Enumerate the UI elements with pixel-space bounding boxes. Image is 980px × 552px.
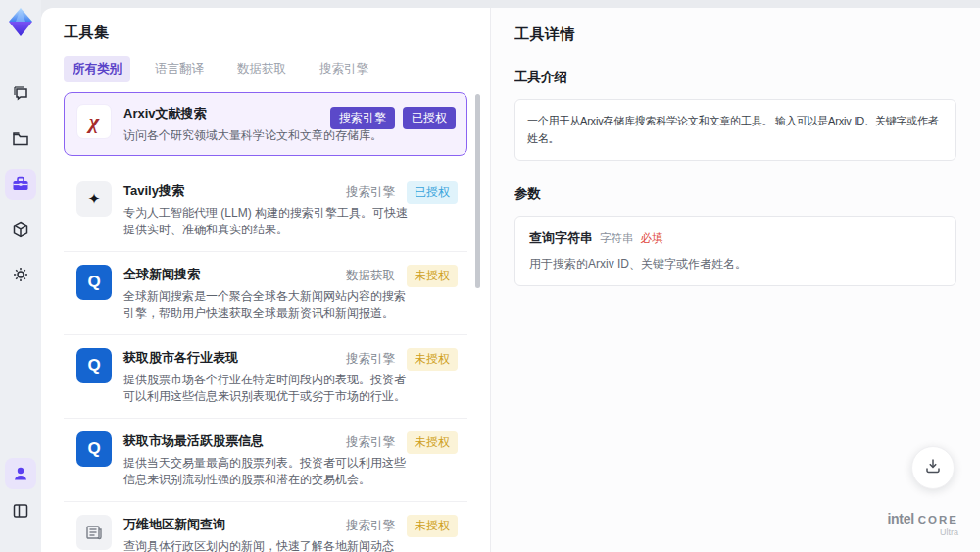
status-badge: 未授权 <box>407 265 458 287</box>
param-type: 字符串 <box>600 231 634 246</box>
status-badge: 已授权 <box>407 181 458 204</box>
tavily-icon: ✦ <box>76 181 112 217</box>
tool-details-panel: 工具详情 工具介绍 一个用于从Arxiv存储库搜索科学论文和文章的工具。 输入可… <box>490 8 980 552</box>
tools-panel-title: 工具集 <box>64 24 490 42</box>
scrollbar-thumb[interactable] <box>475 94 480 288</box>
tool-description: 提供股票市场各个行业在特定时间段内的表现。投资者可以利用这些信息来识别表现优于或… <box>123 372 410 405</box>
tool-tags: 搜索引擎 未授权 <box>346 431 458 454</box>
chat-icon <box>11 84 30 104</box>
user-icon <box>12 465 29 482</box>
newspaper-icon <box>76 515 112 550</box>
tool-card-regional-news[interactable]: 万维地区新闻查询 查询具体行政区划内的新闻，快速了解各地新闻动态 搜索引擎 未授… <box>64 502 467 552</box>
brand-core: CORE <box>918 514 958 526</box>
nav-package-button[interactable] <box>5 214 36 245</box>
category-label: 搜索引擎 <box>346 518 395 534</box>
tool-tags: 搜索引擎 已授权 <box>330 107 456 129</box>
global-news-icon: Q <box>76 265 112 300</box>
param-description: 用于搜索的Arxiv ID、关键字或作者姓名。 <box>529 256 942 273</box>
param-required-label: 必填 <box>641 231 663 246</box>
folder-icon <box>11 129 30 149</box>
news-glyph: Q <box>87 439 100 459</box>
param-name: 查询字符串 <box>529 229 593 247</box>
tool-description: 全球新闻搜索是一个聚合全球各大新闻网站内容的搜索引擎，帮助用户快速获取全球最新资… <box>123 288 410 322</box>
params-heading: 参数 <box>514 185 956 203</box>
tool-card-sector-performance[interactable]: Q 获取股市各行业表现 提供股票市场各个行业在特定时间段内的表现。投资者可以利用… <box>64 335 467 419</box>
tab-language-translation[interactable]: 语言翻译 <box>146 56 213 82</box>
intro-box: 一个用于从Arxiv存储库搜索科学论文和文章的工具。 输入可以是Arxiv ID… <box>514 99 956 161</box>
brand-ultra: Ultra <box>887 528 958 538</box>
nav-folder-button[interactable] <box>5 124 36 155</box>
tool-card-tavily[interactable]: ✦ Tavily搜索 专为人工智能代理 (LLM) 构建的搜索引擎工具。可快速提… <box>64 169 467 252</box>
status-badge: 已授权 <box>403 107 456 129</box>
status-badge: 未授权 <box>407 515 458 537</box>
nav-layout-toggle-button[interactable] <box>5 495 36 527</box>
tools-panel: 工具集 所有类别 语言翻译 数据获取 搜索引擎 χ Arxiv文献搜索 访问各个… <box>41 8 490 552</box>
tool-description: 专为人工智能代理 (LLM) 构建的搜索引擎工具。可快速提供实时、准确和真实的结… <box>123 205 410 238</box>
news-glyph: Q <box>87 273 100 292</box>
tool-description: 查询具体行政区划内的新闻，快速了解各地新闻动态 <box>123 538 410 552</box>
tool-list: χ Arxiv文献搜索 访问各个研究领域大量科学论文和文章的存储库。 搜索引擎 … <box>64 92 480 552</box>
tool-card-arxiv-selected[interactable]: χ Arxiv文献搜索 访问各个研究领域大量科学论文和文章的存储库。 搜索引擎 … <box>64 92 467 156</box>
package-icon <box>11 220 30 239</box>
app-root: 工具集 所有类别 语言翻译 数据获取 搜索引擎 χ Arxiv文献搜索 访问各个… <box>0 0 980 552</box>
active-stocks-icon: Q <box>76 431 112 467</box>
category-tabs: 所有类别 语言翻译 数据获取 搜索引擎 <box>64 56 490 82</box>
tool-description: 提供当天交易量最高的股票列表。投资者可以利用这些信息来识别流动性强的股票和潜在的… <box>123 455 410 488</box>
param-box: 查询字符串 字符串 必填 用于搜索的Arxiv ID、关键字或作者姓名。 <box>514 216 956 286</box>
category-label: 数据获取 <box>346 268 395 284</box>
tool-description: 访问各个研究领域大量科学论文和文章的存储库。 <box>123 127 410 144</box>
tool-card-active-stocks[interactable]: Q 获取市场最活跃股票信息 提供当天交易量最高的股票列表。投资者可以利用这些信息… <box>64 419 467 502</box>
left-rail <box>0 0 41 552</box>
tool-tags: 搜索引擎 未授权 <box>346 515 458 537</box>
tool-tags: 数据获取 未授权 <box>346 265 458 287</box>
status-badge: 未授权 <box>407 348 458 371</box>
param-header: 查询字符串 字符串 必填 <box>529 229 942 247</box>
content-panels: 工具集 所有类别 语言翻译 数据获取 搜索引擎 χ Arxiv文献搜索 访问各个… <box>41 8 980 552</box>
nav-user-button[interactable] <box>5 458 36 489</box>
category-label: 搜索引擎 <box>346 351 395 368</box>
toolbox-icon <box>11 175 30 194</box>
arxiv-glyph: χ <box>89 109 99 134</box>
brand-intel: intel <box>887 511 913 527</box>
details-title: 工具详情 <box>514 25 956 44</box>
intel-core-logo: intelCORE Ultra <box>887 510 958 538</box>
arxiv-icon: χ <box>76 104 112 139</box>
gear-icon <box>11 265 30 284</box>
app-logo[interactable] <box>4 6 37 39</box>
tool-tags: 搜索引擎 已授权 <box>346 181 458 204</box>
layout-toggle-icon <box>12 502 29 520</box>
nav-chat-button[interactable] <box>5 78 36 110</box>
stock-sector-icon: Q <box>76 348 112 383</box>
download-button[interactable] <box>911 446 955 489</box>
tool-card-global-news[interactable]: Q 全球新闻搜索 全球新闻搜索是一个聚合全球各大新闻网站内容的搜索引擎，帮助用户… <box>64 252 467 335</box>
tab-data-acquisition[interactable]: 数据获取 <box>228 56 295 82</box>
status-badge: 未授权 <box>407 431 458 454</box>
tool-tags: 搜索引擎 未授权 <box>346 348 458 371</box>
news-glyph: Q <box>87 356 100 376</box>
tab-search-engine[interactable]: 搜索引擎 <box>311 56 377 82</box>
category-label: 搜索引擎 <box>346 184 395 201</box>
category-badge: 搜索引擎 <box>330 107 395 129</box>
nav-settings-button[interactable] <box>5 259 36 290</box>
intro-heading: 工具介绍 <box>514 69 956 86</box>
category-label: 搜索引擎 <box>346 434 395 451</box>
tab-all-categories[interactable]: 所有类别 <box>64 56 130 82</box>
download-icon <box>924 457 942 478</box>
nav-toolbox-button[interactable] <box>5 169 36 200</box>
tavily-glyph: ✦ <box>88 190 101 208</box>
